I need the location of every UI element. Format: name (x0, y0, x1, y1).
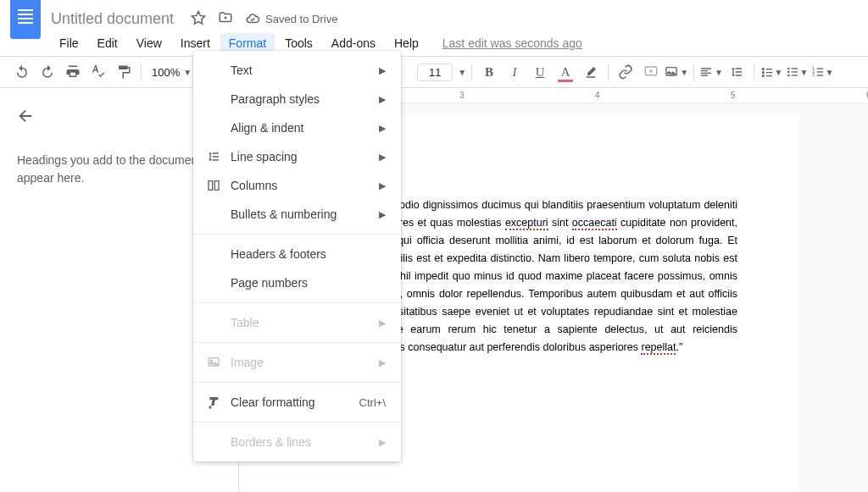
menu-item-label: Page numbers (231, 276, 386, 290)
bullet-list-button[interactable]: ▼ (785, 60, 809, 84)
format-menu-image: Image▶ (193, 348, 401, 377)
docs-logo-icon[interactable] (10, 0, 41, 39)
menu-item-label: Headers & footers (231, 247, 386, 261)
format-menu-paragraph-styles[interactable]: Paragraph styles▶ (193, 85, 401, 113)
spelling-error[interactable]: occaecati (572, 217, 617, 230)
spelling-error[interactable]: excepturi (505, 217, 548, 230)
svg-point-3 (787, 71, 790, 74)
chevron-right-icon: ▶ (379, 209, 386, 220)
line-spacing-icon (207, 150, 231, 163)
format-menu-columns[interactable]: Columns▶ (193, 171, 401, 200)
insert-link-button[interactable] (614, 60, 637, 84)
chevron-right-icon: ▶ (379, 94, 386, 105)
ruler-mark: 3 (459, 91, 465, 100)
last-edit-link[interactable]: Last edit was seconds ago (442, 36, 582, 50)
outline-empty-message: Headings you add to the document will ap… (17, 152, 221, 187)
menu-item-label: Clear formatting (231, 395, 359, 409)
spellcheck-button[interactable] (86, 60, 110, 84)
underline-button[interactable]: U (528, 60, 552, 84)
bold-button[interactable]: B (477, 60, 501, 84)
move-folder-icon[interactable] (218, 10, 233, 28)
chevron-right-icon: ▶ (379, 65, 386, 76)
star-icon[interactable] (191, 10, 206, 28)
spelling-error[interactable]: repellat (641, 341, 676, 355)
svg-point-2 (787, 68, 790, 70)
menu-item-label: Borders & lines (231, 435, 379, 449)
menu-edit[interactable]: Edit (89, 33, 126, 53)
chevron-right-icon: ▶ (379, 437, 386, 448)
ruler-mark: 5 (731, 91, 736, 100)
print-button[interactable] (61, 60, 85, 84)
chevron-right-icon: ▶ (379, 318, 386, 329)
format-menu-dropdown: Text▶Paragraph styles▶Align & indent▶Lin… (193, 51, 401, 462)
align-button[interactable]: ▼ (699, 60, 723, 84)
format-menu-headers-footers[interactable]: Headers & footers (193, 240, 401, 268)
zoom-selector[interactable]: 100%▼ (147, 66, 197, 79)
menu-item-label: Align & indent (231, 121, 379, 135)
menu-item-label: Image (231, 356, 379, 369)
clear-icon (207, 395, 231, 409)
format-menu-page-numbers[interactable]: Page numbers (193, 268, 401, 297)
menu-item-label: Table (231, 316, 379, 329)
svg-rect-8 (209, 181, 213, 191)
format-menu-align-indent[interactable]: Align & indent▶ (193, 113, 401, 142)
format-menu-bullets-numbering[interactable]: Bullets & numbering▶ (193, 200, 401, 229)
italic-button[interactable]: I (503, 60, 526, 84)
redo-button[interactable] (36, 60, 59, 84)
format-menu-table: Table▶ (193, 308, 401, 337)
menu-view[interactable]: View (128, 33, 170, 53)
menu-item-label: Bullets & numbering (231, 207, 379, 221)
add-comment-button[interactable] (639, 60, 663, 84)
numbered-list-button[interactable]: 123▼ (810, 60, 834, 84)
document-title[interactable]: Untitled document (51, 10, 174, 28)
menu-item-label: Columns (231, 179, 379, 192)
chevron-down-icon: ▼ (183, 68, 192, 77)
chevron-right-icon: ▶ (379, 152, 386, 163)
saved-status: Saved to Drive (245, 11, 337, 26)
checklist-button[interactable]: ▼ (760, 60, 783, 84)
columns-icon (207, 179, 231, 192)
svg-text:3: 3 (812, 73, 815, 77)
highlight-button[interactable] (579, 60, 603, 84)
chevron-right-icon: ▶ (379, 180, 386, 191)
chevron-right-icon: ▶ (379, 123, 386, 134)
toolbar: 100%▼ 11 ▼ B I U A ▼ ▼ ▼ ▼ 123▼ (0, 56, 868, 88)
image-icon (207, 356, 231, 369)
line-spacing-button[interactable] (725, 60, 748, 84)
chevron-down-icon[interactable]: ▼ (458, 68, 466, 77)
undo-button[interactable] (10, 60, 34, 84)
menubar: FileEditViewInsertFormatToolsAdd-onsHelp… (0, 30, 868, 56)
svg-point-4 (787, 75, 790, 77)
chevron-right-icon: ▶ (379, 357, 386, 368)
paint-format-button[interactable] (112, 60, 136, 84)
format-menu-borders-lines: Borders & lines▶ (193, 428, 401, 456)
format-menu-text[interactable]: Text▶ (193, 56, 401, 85)
cloud-done-icon (245, 11, 260, 26)
font-size-input[interactable]: 11 (417, 64, 453, 81)
format-menu-clear-formatting[interactable]: Clear formattingCtrl+\ (193, 388, 401, 417)
ruler-mark: 4 (595, 91, 600, 100)
insert-image-button[interactable]: ▼ (665, 60, 688, 84)
format-menu-line-spacing[interactable]: Line spacing▶ (193, 142, 401, 171)
menu-item-label: Text (231, 64, 379, 77)
svg-rect-9 (214, 181, 219, 191)
menu-item-label: Paragraph styles (231, 92, 379, 106)
text-color-button[interactable]: A (554, 60, 577, 84)
menu-item-label: Line spacing (231, 150, 379, 163)
outline-back-button[interactable] (17, 107, 221, 128)
shortcut-label: Ctrl+\ (359, 396, 386, 409)
menu-file[interactable]: File (51, 33, 87, 53)
